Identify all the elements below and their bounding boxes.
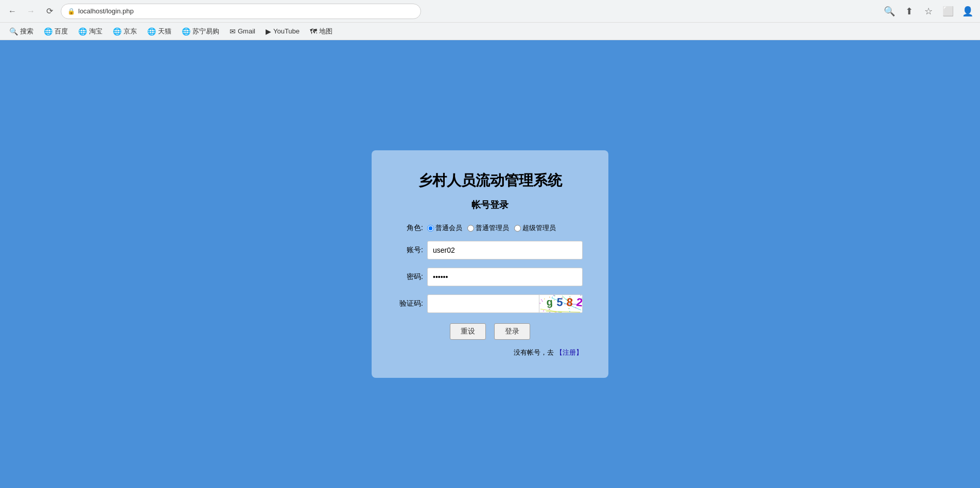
role-super-radio[interactable]: [514, 225, 521, 232]
profile-icon-btn[interactable]: 👤: [960, 4, 975, 19]
register-row: 没有帐号，去 【注册】: [397, 348, 583, 357]
role-normal-radio[interactable]: [427, 225, 434, 232]
system-title: 乡村人员流动管理系统: [397, 171, 583, 190]
bookmark-icon-btn[interactable]: ☆: [921, 4, 936, 19]
username-label: 账号:: [397, 246, 423, 255]
bookmark-icon-tianmao: 🌐: [147, 27, 156, 36]
bookmark-label-baidu: 百度: [55, 27, 68, 36]
bookmark-label-sousuo: 搜索: [20, 27, 33, 36]
role-radio-group: 普通会员 普通管理员 超级管理员: [427, 223, 583, 233]
back-button[interactable]: ←: [5, 4, 20, 19]
password-label: 密码:: [397, 272, 423, 282]
bookmark-icon-gmail: ✉: [230, 27, 236, 36]
bookmark-label-ditu: 地图: [319, 27, 332, 36]
bookmark-label-taobao: 淘宝: [89, 27, 102, 36]
reset-button[interactable]: 重设: [450, 323, 486, 340]
bookmark-baidu[interactable]: 🌐百度: [40, 25, 72, 38]
bookmark-icon-sousuo: 🔍: [9, 27, 18, 36]
captcha-row: 验证码:: [397, 294, 583, 313]
bookmark-icon-baidu: 🌐: [44, 27, 52, 36]
password-row: 密码:: [397, 268, 583, 286]
forward-button[interactable]: →: [24, 4, 38, 19]
bookmark-sousuo[interactable]: 🔍搜索: [5, 25, 38, 38]
lock-icon: 🔒: [67, 8, 75, 15]
username-row: 账号:: [397, 241, 583, 259]
bookmark-label-tianmao: 天猫: [158, 27, 171, 36]
browser-toolbar: ← → ⟳ 🔒 localhost/login.php 🔍 ⬆ ☆ ⬜ 👤: [0, 0, 980, 23]
bookmark-gmail[interactable]: ✉Gmail: [225, 26, 259, 37]
role-manager-label: 普通管理员: [476, 223, 509, 233]
username-input[interactable]: [427, 241, 583, 259]
captcha-image[interactable]: [539, 294, 583, 313]
bookmark-label-suning: 苏宁易购: [192, 27, 219, 36]
bookmark-suning[interactable]: 🌐苏宁易购: [178, 25, 223, 38]
address-bar[interactable]: 🔒 localhost/login.php: [61, 4, 421, 19]
role-manager-radio[interactable]: [467, 225, 474, 232]
toolbar-right: 🔍 ⬆ ☆ ⬜ 👤: [882, 4, 975, 19]
login-subtitle: 帐号登录: [397, 199, 583, 211]
share-icon-btn[interactable]: ⬆: [902, 4, 916, 19]
captcha-input-group: [427, 294, 583, 313]
role-super[interactable]: 超级管理员: [514, 223, 556, 233]
role-manager[interactable]: 普通管理员: [467, 223, 509, 233]
role-normal-label: 普通会员: [435, 223, 462, 233]
role-normal[interactable]: 普通会员: [427, 223, 462, 233]
browser-chrome: ← → ⟳ 🔒 localhost/login.php 🔍 ⬆ ☆ ⬜ 👤 🔍搜…: [0, 0, 980, 40]
bookmarks-bar: 🔍搜索🌐百度🌐淘宝🌐京东🌐天猫🌐苏宁易购✉Gmail▶YouTube🗺地图: [0, 23, 980, 40]
bookmark-label-gmail: Gmail: [238, 27, 255, 35]
button-row: 重设 登录: [397, 323, 583, 340]
bookmarks-container: 🔍搜索🌐百度🌐淘宝🌐京东🌐天猫🌐苏宁易购✉Gmail▶YouTube🗺地图: [5, 25, 337, 38]
bookmark-tianmao[interactable]: 🌐天猫: [143, 25, 176, 38]
bookmark-label-jingdong: 京东: [124, 27, 137, 36]
refresh-button[interactable]: ⟳: [42, 4, 57, 19]
bookmark-icon-ditu: 🗺: [310, 27, 317, 36]
bookmark-icon-youtube: ▶: [266, 27, 271, 36]
register-link[interactable]: 【注册】: [556, 348, 583, 356]
search-icon-btn[interactable]: 🔍: [882, 4, 897, 19]
bookmark-youtube[interactable]: ▶YouTube: [261, 26, 304, 37]
page-content: 乡村人员流动管理系统 帐号登录 角色: 普通会员 普通管理员 超级管理员: [0, 40, 980, 488]
bookmark-icon-suning: 🌐: [182, 27, 190, 36]
bookmark-taobao[interactable]: 🌐淘宝: [74, 25, 107, 38]
bookmark-label-youtube: YouTube: [273, 27, 300, 35]
role-super-label: 超级管理员: [522, 223, 556, 233]
password-input[interactable]: [427, 268, 583, 286]
login-card: 乡村人员流动管理系统 帐号登录 角色: 普通会员 普通管理员 超级管理员: [372, 150, 608, 378]
bookmark-icon-jingdong: 🌐: [113, 27, 121, 36]
captcha-canvas: [539, 294, 583, 313]
captcha-input[interactable]: [427, 294, 539, 313]
login-button[interactable]: 登录: [494, 323, 530, 340]
no-account-text: 没有帐号，去: [514, 348, 554, 356]
bookmark-ditu[interactable]: 🗺地图: [306, 25, 337, 38]
bookmark-jingdong[interactable]: 🌐京东: [109, 25, 141, 38]
tab-icon-btn[interactable]: ⬜: [941, 4, 955, 19]
role-label: 角色:: [397, 223, 423, 233]
captcha-label: 验证码:: [397, 299, 423, 308]
role-row: 角色: 普通会员 普通管理员 超级管理员: [397, 223, 583, 233]
bookmark-icon-taobao: 🌐: [78, 27, 87, 36]
url-text: localhost/login.php: [78, 7, 414, 15]
